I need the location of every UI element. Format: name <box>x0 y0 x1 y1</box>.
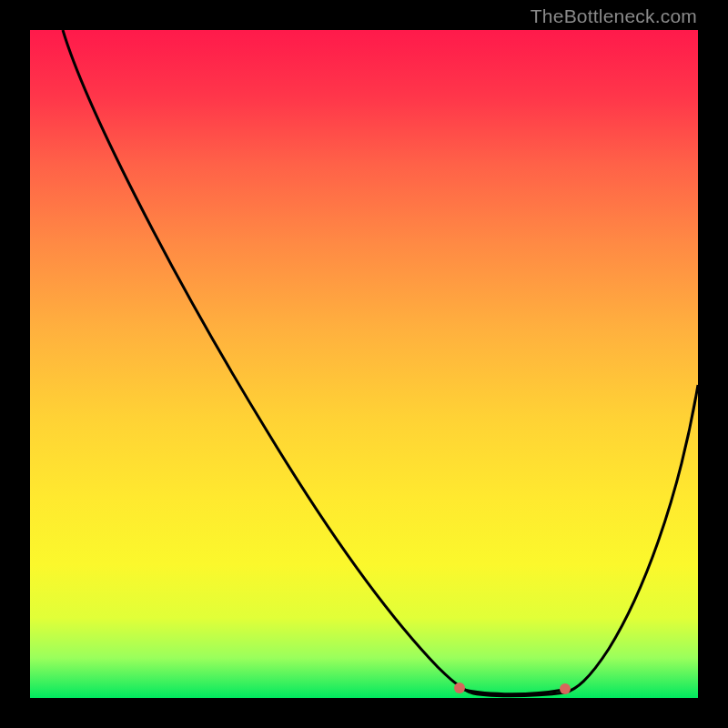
chart-frame: TheBottleneck.com <box>0 0 728 728</box>
bottleneck-curve <box>30 30 698 698</box>
valley-highlight-dot-right <box>560 683 571 694</box>
curve-right-branch <box>565 385 698 693</box>
curve-left-branch <box>63 30 470 693</box>
attribution-text: TheBottleneck.com <box>531 5 697 27</box>
valley-highlight-dot-left <box>454 682 465 693</box>
valley-highlight <box>460 688 563 694</box>
